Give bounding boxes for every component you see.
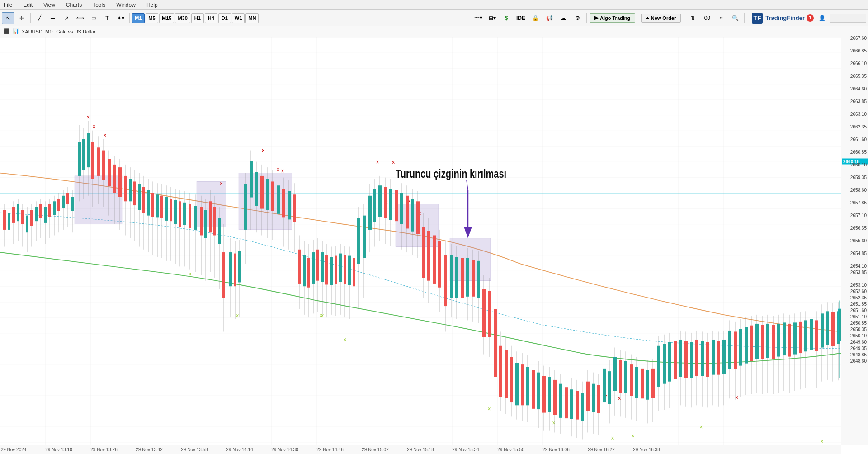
- price-label: 2663.10: [850, 112, 867, 117]
- menu-tools[interactable]: Tools: [91, 2, 107, 8]
- chart-label-bar: ⬛ 📊 XAUUSD, M1: Gold vs US Dollar: [0, 26, 868, 37]
- svg-rect-239: [532, 370, 535, 409]
- svg-text:×: ×: [236, 312, 239, 320]
- svg-rect-59: [113, 165, 116, 193]
- shapes-tool[interactable]: ▭: [87, 12, 100, 24]
- svg-text:TF: TF: [754, 14, 762, 22]
- menu-window[interactable]: Window: [114, 2, 137, 8]
- svg-rect-353: [815, 320, 818, 351]
- depth-button[interactable]: ⇅: [687, 12, 699, 24]
- svg-rect-182: [378, 185, 382, 217]
- settings-button[interactable]: ⚙: [571, 12, 584, 24]
- line-tool[interactable]: ╱: [33, 12, 46, 24]
- time-label: 29 Nov 13:58: [181, 447, 208, 452]
- svg-rect-158: [335, 256, 337, 284]
- menu-file[interactable]: File: [2, 2, 14, 8]
- cursor-tool[interactable]: ↖: [2, 12, 14, 24]
- menu-view[interactable]: View: [42, 2, 57, 8]
- timeframe-m5[interactable]: M5: [146, 13, 158, 23]
- ide-button[interactable]: IDE: [514, 12, 528, 24]
- time-axis: 29 Nov 202429 Nov 13:1029 Nov 13:2629 No…: [0, 445, 841, 454]
- svg-text:×: ×: [261, 147, 264, 154]
- svg-rect-46: [87, 133, 90, 167]
- svg-rect-261: [586, 382, 590, 411]
- channel-tool[interactable]: ⟺: [74, 12, 86, 24]
- timeframe-w1[interactable]: W1: [232, 13, 245, 23]
- text-tool[interactable]: T: [101, 12, 113, 24]
- price-axis: 2667.602666.852666.102665.352664.602663.…: [841, 37, 868, 445]
- svg-rect-34: [57, 199, 60, 211]
- svg-rect-163: [344, 255, 346, 284]
- svg-rect-344: [793, 322, 797, 354]
- menu-edit[interactable]: Edit: [21, 2, 34, 8]
- timeframe-m15[interactable]: M15: [159, 13, 174, 23]
- play-icon: ▶: [594, 15, 598, 21]
- cloud-button[interactable]: ☁: [557, 12, 570, 24]
- svg-rect-63: [124, 176, 127, 201]
- menu-charts[interactable]: Charts: [64, 2, 84, 8]
- signals-tool[interactable]: $: [500, 12, 513, 24]
- price-label: 2654.85: [850, 251, 867, 256]
- algo-trading-button[interactable]: ▶ Algo Trading: [590, 13, 635, 23]
- svg-rect-147: [312, 252, 315, 284]
- indicator2-button[interactable]: 00: [701, 12, 713, 24]
- svg-rect-24: [35, 207, 38, 221]
- timeframe-h1[interactable]: H1: [191, 13, 204, 23]
- menu-help[interactable]: Help: [145, 2, 160, 8]
- svg-rect-52: [97, 147, 100, 176]
- price-label: 2660.10: [850, 162, 867, 167]
- template-tool[interactable]: ⊞▾: [486, 12, 499, 24]
- svg-rect-258: [581, 393, 584, 421]
- toolbar-separator-2: [129, 13, 130, 23]
- price-label: 2662.35: [850, 124, 867, 129]
- indicator-tool[interactable]: 〜▾: [472, 12, 485, 24]
- account-button[interactable]: 👤: [816, 12, 828, 24]
- horizontal-line-tool[interactable]: ─: [47, 12, 59, 24]
- zoom-button[interactable]: 🔍: [729, 12, 741, 24]
- tradingfinder-logo-icon: TF: [751, 12, 764, 24]
- chart-canvas[interactable]: × × ×: [0, 37, 841, 445]
- svg-rect-44: [82, 139, 85, 170]
- svg-rect-292: [663, 344, 666, 384]
- more-tools[interactable]: ✦▾: [114, 12, 127, 24]
- svg-rect-30: [48, 204, 51, 217]
- timeframe-h4[interactable]: H4: [205, 13, 217, 23]
- chart-description: Gold vs US Dollar: [56, 29, 95, 34]
- price-label: 2659.35: [850, 175, 867, 180]
- svg-rect-269: [608, 371, 611, 404]
- price-label: 2667.60: [850, 36, 867, 41]
- time-label: 29 Nov 14:30: [271, 447, 298, 452]
- timeframe-m30[interactable]: M30: [175, 13, 190, 23]
- svg-rect-149: [316, 250, 319, 281]
- svg-rect-331: [761, 325, 764, 359]
- lock-button[interactable]: 🔒: [529, 12, 542, 24]
- svg-rect-69: [138, 184, 141, 210]
- timeframe-m1[interactable]: M1: [132, 13, 145, 23]
- audio-button[interactable]: 📢: [543, 12, 556, 24]
- crosshair-tool[interactable]: ✛: [15, 12, 28, 24]
- svg-rect-38: [66, 193, 69, 204]
- svg-rect-280: [635, 367, 638, 398]
- svg-rect-67: [133, 181, 136, 205]
- time-label: 29 Nov 14:14: [226, 447, 253, 452]
- svg-rect-200: [427, 231, 430, 280]
- price-label: 2657.10: [850, 213, 867, 218]
- compare-button[interactable]: ≈: [715, 12, 727, 24]
- price-label: 2652.35: [850, 295, 867, 300]
- svg-text:×: ×: [281, 167, 284, 175]
- timeframe-mn[interactable]: MN: [245, 13, 259, 23]
- price-label: 2648.60: [850, 359, 867, 364]
- new-order-button[interactable]: + New Order: [641, 14, 681, 23]
- timeframe-d1[interactable]: D1: [218, 13, 231, 23]
- svg-rect-154: [326, 255, 328, 284]
- svg-rect-20: [26, 216, 28, 233]
- svg-rect-184: [384, 187, 387, 218]
- trend-line-tool[interactable]: ↗: [60, 12, 73, 24]
- price-label: 2653.10: [850, 283, 867, 288]
- toolbar-separator-1: [30, 13, 31, 23]
- svg-rect-294: [668, 342, 671, 382]
- svg-rect-85: [174, 200, 177, 224]
- svg-rect-300: [684, 340, 688, 378]
- svg-rect-156: [330, 257, 333, 285]
- time-label: 29 Nov 15:34: [452, 447, 479, 452]
